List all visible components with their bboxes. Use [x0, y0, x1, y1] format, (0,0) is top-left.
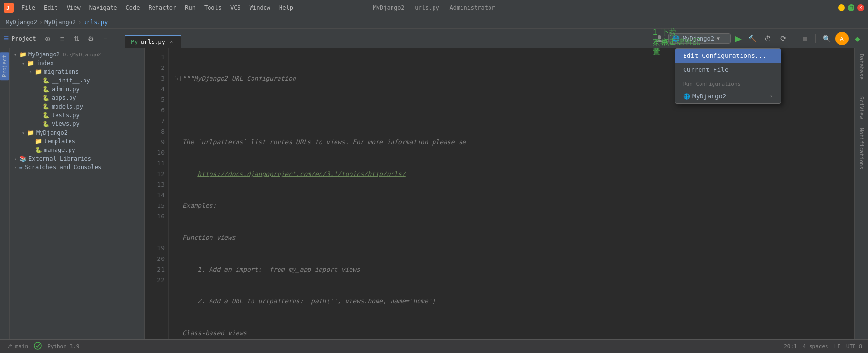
tree-mydjango2[interactable]: ▾ 📁 MyDjango2: [10, 128, 144, 137]
index-label: index: [36, 60, 54, 67]
title-bar: J File Edit View Navigate Code Refactor …: [0, 0, 868, 15]
tab-py-icon: Py: [131, 39, 138, 45]
minimize-panel-button[interactable]: −: [99, 32, 112, 45]
menu-code[interactable]: Code: [122, 3, 144, 12]
fold-1[interactable]: +: [175, 76, 181, 81]
menu-help[interactable]: Help: [275, 3, 297, 12]
code-line-8: 2. Add a URL to urlpatterns: path('', vi…: [175, 296, 854, 307]
run-config-dropdown-menu: Edit Configurations... Current File Run …: [675, 48, 781, 104]
tree-root[interactable]: ▾ 📁 MyDjango2 D:\MyDjango2: [10, 50, 144, 59]
root-arrow-icon: ▾: [12, 52, 19, 57]
tree-migrations[interactable]: › 📁 migrations: [10, 68, 144, 76]
root-folder-icon: 📁: [19, 51, 27, 58]
tree-views[interactable]: 🐍 views.py: [10, 120, 144, 128]
tree-admin[interactable]: 🐍 admin.py: [10, 85, 144, 94]
code-line-6: Function views: [175, 232, 854, 243]
menu-navigate[interactable]: Navigate: [85, 3, 121, 12]
manage-label: manage.py: [44, 147, 75, 153]
manage-py-icon: 🐍: [35, 147, 42, 153]
menu-vcs[interactable]: VCS: [226, 3, 245, 12]
tree-tests[interactable]: 🐍 tests.py: [10, 111, 144, 120]
tree-scratches[interactable]: › ✏ Scratches and Consoles: [10, 163, 144, 172]
sciview-panel-button[interactable]: SciView: [856, 93, 867, 122]
git-branch: ⎇ main: [6, 343, 28, 350]
cycle-button[interactable]: ⟳: [776, 32, 790, 45]
status-bar: ⎇ main Python 3.9 20:1 4 spaces LF UTF-8: [0, 339, 868, 353]
window-title: MyDjango2 - urls.py - Administrator: [373, 4, 495, 11]
tree-init[interactable]: 🐍 __init__.py: [10, 76, 144, 85]
mydjango2-config-item[interactable]: 🌐 MyDjango2 ›: [675, 89, 781, 103]
migrations-arrow-icon: ›: [27, 69, 35, 75]
menu-edit[interactable]: Edit: [40, 3, 62, 12]
settings-button[interactable]: ⚙: [84, 32, 98, 45]
current-file-item[interactable]: Current File: [675, 63, 781, 77]
code-link-4[interactable]: https://docs.djangoproject.com/en/3.1/to…: [197, 169, 405, 179]
breadcrumb-sep-1: ›: [39, 19, 42, 26]
scratches-icon: ✏: [19, 164, 23, 171]
breadcrumb-bar: MyDjango2 › MyDjango2 › urls.py: [0, 15, 868, 29]
menu-window[interactable]: Window: [246, 3, 274, 12]
tree-external-libs[interactable]: › 📚 External Libraries: [10, 154, 144, 163]
minimize-button[interactable]: —: [838, 4, 845, 11]
dropdown-sep: [675, 78, 781, 78]
tree-index[interactable]: ▾ 📁 index: [10, 59, 144, 68]
tree-apps[interactable]: 🐍 apps.py: [10, 94, 144, 102]
build-button[interactable]: 🔨: [745, 32, 759, 45]
breadcrumb-module[interactable]: MyDjango2: [44, 19, 76, 26]
svg-text:J: J: [6, 5, 10, 11]
profile-button[interactable]: ⏱: [761, 32, 774, 45]
menu-refactor[interactable]: Refactor: [144, 3, 180, 12]
tree-models[interactable]: 🐍 models.py: [10, 102, 144, 111]
close-button[interactable]: ×: [857, 4, 864, 11]
window-controls: — □ ×: [838, 4, 864, 11]
tree-manage[interactable]: 🐍 manage.py: [10, 146, 144, 154]
templates-folder-icon: 📁: [35, 138, 42, 145]
line-numbers: 1 2 3 4 5 6 7 8 9 10 11 12 13 14 15 16 1…: [145, 48, 169, 339]
svg-point-2: [658, 35, 661, 39]
user-icon-button[interactable]: [653, 32, 666, 45]
profile-avatar[interactable]: A: [835, 32, 849, 45]
menu-file[interactable]: File: [17, 3, 39, 12]
code-line-9: Class-based views: [175, 328, 854, 339]
stop-button[interactable]: ⏹: [798, 32, 812, 45]
ext-libs-label: External Libraries: [28, 155, 91, 162]
edit-config-label: Edit Configurations...: [683, 52, 766, 59]
add-file-button[interactable]: ⊕: [41, 32, 55, 45]
git-button[interactable]: ◆: [851, 32, 864, 45]
breadcrumb-file[interactable]: urls.py: [84, 19, 108, 26]
tests-label: tests.py: [52, 112, 80, 119]
project-vertical-tab[interactable]: Project: [0, 52, 9, 80]
edit-configurations-item[interactable]: Edit Configurations...: [675, 49, 781, 63]
breadcrumb-project[interactable]: MyDjango2: [6, 19, 37, 26]
notifications-panel-button[interactable]: Notifications: [856, 134, 867, 163]
index-arrow-icon: ▾: [19, 61, 27, 66]
tree-templates[interactable]: 📁 templates: [10, 137, 144, 146]
maximize-button[interactable]: □: [848, 4, 854, 11]
database-panel-button[interactable]: Database: [856, 52, 867, 81]
tab-close-button[interactable]: ×: [168, 39, 175, 45]
expand-all-button[interactable]: ⇅: [70, 32, 84, 45]
menu-tools[interactable]: Tools: [200, 3, 225, 12]
cursor-position: 20:1: [784, 343, 797, 350]
admin-py-icon: 🐍: [42, 86, 50, 93]
run-button[interactable]: ▶: [733, 31, 743, 46]
code-line-3: The `urlpatterns` list routes URLs to vi…: [175, 137, 854, 148]
root-label: MyDjango2: [28, 51, 60, 58]
top-toolbar: ☰ Project ⊕ ≡ ⇅ ⚙ − Py urls.py × 1. 下拉菜单…: [0, 29, 868, 48]
sidebar-title-label: Project: [12, 35, 36, 42]
code-line-5: Examples:: [175, 201, 854, 211]
tab-urls-py[interactable]: Py urls.py ×: [125, 35, 181, 48]
menu-view[interactable]: View: [63, 3, 84, 12]
app-icon: J: [4, 3, 14, 13]
svg-point-3: [34, 342, 41, 349]
py-version: Python 3.9: [47, 343, 79, 350]
sidebar: ▾ 📁 MyDjango2 D:\MyDjango2 ▾ 📁 index › 📁…: [10, 48, 145, 339]
project-tree: ▾ 📁 MyDjango2 D:\MyDjango2 ▾ 📁 index › 📁…: [10, 48, 144, 339]
breadcrumb-sep-2: ›: [78, 19, 81, 26]
templates-label: templates: [44, 138, 75, 145]
menu-run[interactable]: Run: [181, 3, 199, 12]
run-config-dropdown[interactable]: 🌐 MyDjango2 ▼: [668, 33, 731, 44]
tab-area: Py urls.py ×: [125, 29, 653, 48]
collapse-all-button[interactable]: ≡: [56, 32, 69, 45]
search-button[interactable]: 🔍: [820, 32, 833, 45]
